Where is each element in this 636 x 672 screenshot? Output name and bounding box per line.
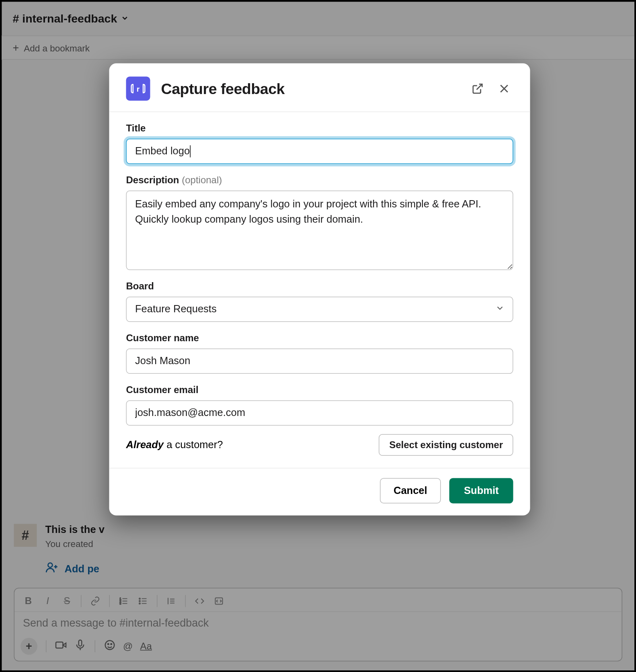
open-externally-button[interactable] <box>469 80 487 98</box>
customer-name-label: Customer name <box>126 333 513 344</box>
description-textarea[interactable] <box>126 191 513 270</box>
modal-footer: Cancel Submit <box>109 468 530 516</box>
select-existing-customer-button[interactable]: Select existing customer <box>379 434 513 456</box>
customer-email-input[interactable] <box>126 400 513 426</box>
board-label: Board <box>126 281 513 292</box>
already-customer-text: Already a customer? <box>126 439 223 451</box>
title-input-value: Embed logo <box>135 145 190 158</box>
optional-suffix: (optional) <box>182 175 222 185</box>
board-select-value: Feature Requests <box>135 303 217 315</box>
svg-line-28 <box>477 84 482 90</box>
capture-feedback-modal: r Capture feedback Title Embed logo Desc… <box>109 64 530 516</box>
cancel-button[interactable]: Cancel <box>380 478 441 504</box>
customer-email-label: Customer email <box>126 385 513 395</box>
modal-header: r Capture feedback <box>109 64 530 112</box>
already-italic: Already <box>126 439 164 451</box>
modal-body: Title Embed logo Description (optional) … <box>109 112 530 468</box>
text-caret <box>190 145 191 158</box>
title-label: Title <box>126 123 513 134</box>
title-input[interactable]: Embed logo <box>126 139 513 164</box>
board-select[interactable]: Feature Requests <box>126 297 513 322</box>
customer-name-input[interactable] <box>126 348 513 374</box>
submit-button[interactable]: Submit <box>449 478 513 504</box>
svg-text:r: r <box>137 85 140 93</box>
modal-title: Capture feedback <box>161 80 285 98</box>
close-button[interactable] <box>495 80 513 98</box>
already-rest: a customer? <box>164 439 223 451</box>
description-label-text: Description <box>126 175 179 185</box>
description-label: Description (optional) <box>126 175 513 186</box>
app-logo-icon: r <box>126 77 150 101</box>
